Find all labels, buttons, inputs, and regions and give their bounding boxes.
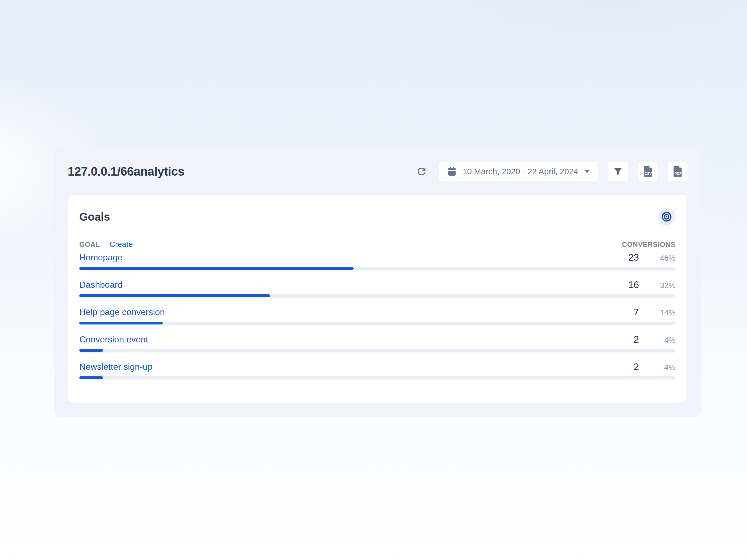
target-bullseye-icon [661, 211, 672, 222]
goal-progress-track [79, 294, 675, 297]
goal-row: Dashboard 16 32% [79, 279, 675, 297]
goal-progress-fill [79, 322, 163, 324]
goal-percent: 14% [639, 309, 675, 317]
file-pdf-icon: PDF [672, 165, 684, 178]
goal-percent: 4% [639, 336, 675, 345]
goal-row: Homepage 23 46% [79, 251, 675, 270]
csv-icon-label: CSV [645, 171, 652, 176]
goal-count: 23 [617, 252, 639, 263]
goal-count: 16 [617, 279, 639, 290]
goals-target-button[interactable] [658, 208, 675, 225]
goal-progress-track [79, 267, 675, 270]
goal-row-top: Help page conversion 7 14% [79, 306, 675, 318]
conversions-column-header: CONVERSIONS [622, 241, 675, 248]
goals-table-header: GOAL Create CONVERSIONS [79, 240, 675, 248]
export-pdf-button[interactable]: PDF [668, 162, 688, 181]
goal-progress-track [79, 349, 675, 352]
goal-values: 23 46% [617, 252, 675, 263]
page-background: 127.0.0.1/66analytics 10 Mar [0, 0, 747, 560]
goal-column-group: GOAL Create [79, 240, 133, 249]
goal-row: Conversion event 2 4% [79, 334, 675, 352]
file-csv-icon: CSV [642, 165, 654, 178]
goal-count: 2 [617, 334, 639, 345]
goal-link[interactable]: Homepage [79, 252, 123, 263]
goals-card: Goals GOAL Create CONVERSION [68, 195, 687, 403]
goal-values: 7 14% [617, 306, 675, 318]
analytics-panel: 127.0.0.1/66analytics 10 Mar [54, 148, 701, 417]
panel-header: 127.0.0.1/66analytics 10 Mar [54, 148, 701, 195]
goal-percent: 4% [639, 363, 675, 372]
goal-row-top: Dashboard 16 32% [79, 279, 675, 291]
goal-count: 7 [617, 306, 639, 318]
refresh-button[interactable] [414, 164, 429, 179]
goal-progress-track [79, 376, 675, 379]
goal-column-header: GOAL [79, 241, 100, 248]
refresh-icon [416, 166, 428, 177]
goal-link[interactable]: Help page conversion [79, 307, 165, 317]
pdf-icon-label: PDF [674, 171, 681, 176]
goal-progress-fill [79, 267, 354, 270]
date-range-picker[interactable]: 10 March, 2020 - 22 April, 2024 [439, 162, 598, 181]
create-goal-link[interactable]: Create [109, 240, 133, 249]
filter-funnel-icon [613, 166, 623, 177]
filter-button[interactable] [608, 162, 628, 181]
calendar-icon [447, 166, 457, 177]
card-title: Goals [79, 211, 110, 223]
goal-link[interactable]: Newsletter sign-up [79, 362, 153, 372]
export-csv-button[interactable]: CSV [638, 162, 658, 181]
date-range-label: 10 March, 2020 - 22 April, 2024 [462, 167, 578, 176]
goal-row-top: Homepage 23 46% [79, 251, 675, 263]
goal-progress-track [79, 322, 675, 324]
goal-row-top: Newsletter sign-up 2 4% [79, 361, 675, 373]
goal-progress-fill [79, 294, 270, 297]
goal-percent: 46% [639, 254, 675, 263]
goals-card-header: Goals [79, 208, 675, 225]
goal-link[interactable]: Conversion event [79, 335, 148, 345]
goal-percent: 32% [639, 281, 675, 290]
goal-progress-fill [79, 349, 103, 352]
chevron-down-icon [584, 170, 590, 173]
goal-count: 2 [617, 361, 639, 372]
goal-progress-fill [79, 376, 103, 379]
goal-row: Help page conversion 7 14% [79, 306, 675, 324]
toolbar: 10 March, 2020 - 22 April, 2024 [414, 162, 688, 181]
goal-link[interactable]: Dashboard [79, 280, 123, 290]
goal-row-top: Conversion event 2 4% [79, 334, 675, 345]
goal-values: 2 4% [617, 361, 675, 372]
goal-values: 16 32% [617, 279, 675, 290]
goal-values: 2 4% [617, 334, 675, 345]
goals-list: Homepage 23 46% Dashboard 16 32% Help pa… [79, 251, 675, 379]
goal-row: Newsletter sign-up 2 4% [79, 361, 675, 379]
page-title: 127.0.0.1/66analytics [68, 165, 184, 178]
